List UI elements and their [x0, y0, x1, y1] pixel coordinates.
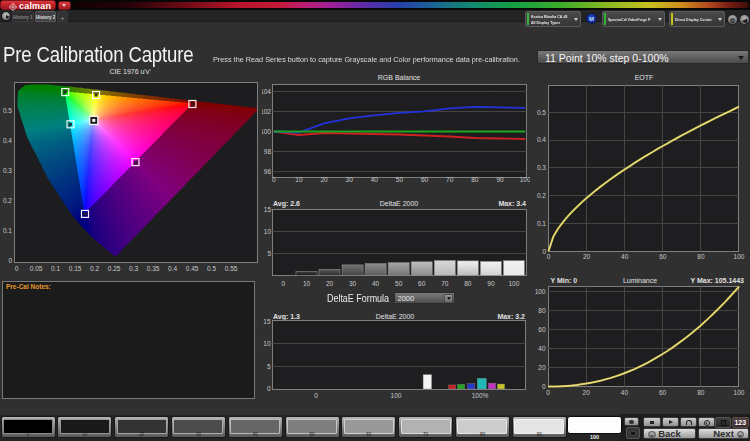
svg-text:15: 15 [263, 318, 271, 325]
svg-text:100: 100 [535, 288, 546, 295]
svg-text:60: 60 [538, 326, 546, 333]
svg-text:10: 10 [303, 280, 311, 287]
svg-text:Y Max: 105.1443: Y Max: 105.1443 [690, 277, 744, 284]
svg-text:EOTF: EOTF [635, 74, 654, 81]
svg-text:20: 20 [538, 364, 546, 371]
svg-text:Max: 3.4: Max: 3.4 [498, 200, 526, 207]
svg-text:20: 20 [320, 176, 328, 183]
svg-text:Avg: 1.3: Avg: 1.3 [273, 313, 300, 321]
svg-text:80: 80 [464, 280, 472, 287]
svg-text:20: 20 [326, 280, 334, 287]
svg-text:80: 80 [538, 307, 546, 314]
svg-text:90: 90 [487, 280, 495, 287]
svg-text:50: 50 [395, 280, 403, 287]
svg-text:0: 0 [546, 389, 550, 396]
svg-text:20: 20 [583, 253, 591, 260]
svg-text:98: 98 [264, 148, 272, 155]
svg-text:80: 80 [697, 389, 705, 396]
svg-text:0: 0 [547, 253, 551, 260]
svg-text:100%: 100% [472, 392, 489, 399]
svg-text:70: 70 [446, 176, 454, 183]
svg-text:0.3: 0.3 [537, 164, 546, 171]
svg-text:Avg: 2.6: Avg: 2.6 [273, 200, 300, 208]
svg-text:5: 5 [267, 250, 271, 257]
svg-text:30: 30 [346, 176, 354, 183]
svg-text:100: 100 [262, 128, 271, 135]
svg-text:0: 0 [282, 280, 286, 287]
svg-text:Luminance: Luminance [623, 277, 657, 284]
svg-text:60: 60 [659, 253, 667, 260]
svg-text:50: 50 [396, 176, 404, 183]
svg-text:5: 5 [267, 363, 271, 370]
svg-text:60: 60 [659, 389, 667, 396]
svg-text:20: 20 [583, 389, 591, 396]
svg-text:15: 15 [264, 206, 272, 213]
svg-text:0.4: 0.4 [537, 136, 546, 143]
svg-text:DeltaE 2000: DeltaE 2000 [376, 313, 415, 320]
svg-text:DeltaE 2000: DeltaE 2000 [380, 200, 419, 207]
svg-text:100: 100 [520, 176, 530, 183]
svg-text:70: 70 [441, 280, 449, 287]
svg-text:60: 60 [418, 280, 426, 287]
svg-text:10: 10 [263, 340, 271, 347]
svg-text:100: 100 [734, 389, 745, 396]
svg-text:104: 104 [262, 88, 271, 95]
svg-text:10: 10 [295, 176, 303, 183]
svg-text:40: 40 [538, 345, 546, 352]
svg-text:40: 40 [621, 253, 629, 260]
svg-text:40: 40 [372, 280, 380, 287]
svg-text:0: 0 [272, 176, 276, 183]
svg-text:40: 40 [371, 176, 379, 183]
svg-text:80: 80 [471, 176, 479, 183]
svg-text:30: 30 [349, 280, 357, 287]
svg-text:10: 10 [264, 228, 272, 235]
svg-text:0.2: 0.2 [537, 192, 546, 199]
svg-text:Max: 3.2: Max: 3.2 [497, 313, 525, 320]
svg-text:80: 80 [697, 253, 705, 260]
svg-text:60: 60 [421, 176, 429, 183]
svg-text:Y Min: 0: Y Min: 0 [551, 277, 578, 284]
svg-text:96: 96 [264, 168, 272, 175]
svg-text:0: 0 [267, 385, 271, 392]
svg-text:RGB Balance: RGB Balance [378, 74, 421, 81]
svg-text:100: 100 [734, 253, 745, 260]
svg-text:100: 100 [508, 280, 519, 287]
svg-text:0.5: 0.5 [537, 109, 546, 116]
svg-text:100: 100 [391, 392, 402, 399]
svg-text:102: 102 [262, 108, 271, 115]
svg-text:0.1: 0.1 [537, 220, 546, 227]
svg-text:90: 90 [496, 176, 504, 183]
svg-text:40: 40 [621, 389, 629, 396]
svg-text:0: 0 [314, 392, 318, 399]
